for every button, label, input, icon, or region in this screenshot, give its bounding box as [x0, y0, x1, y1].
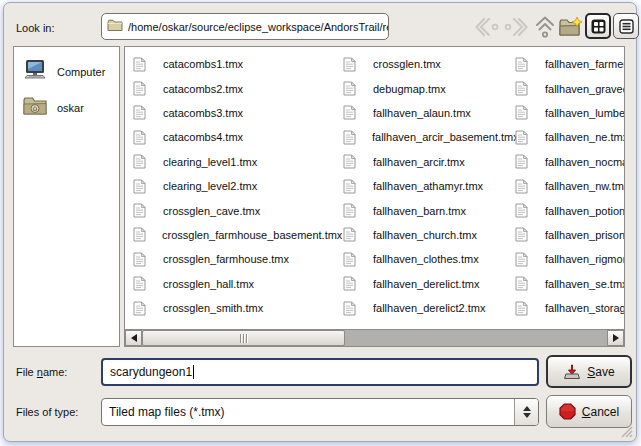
file-name-label: crossglen_hall.tmx	[163, 278, 254, 290]
scroll-left-button[interactable]	[125, 330, 142, 346]
save-button[interactable]: Save	[546, 355, 632, 388]
file-item[interactable]: fallhaven_clothes.tmx	[343, 247, 513, 271]
file-item[interactable]: fallhaven_potion	[515, 198, 625, 222]
grid-view-button[interactable]	[585, 13, 611, 39]
look-in-combobox[interactable]: /home/oskar/source/eclipse_workspace/And…	[101, 13, 389, 40]
file-item[interactable]: fallhaven_derelict.tmx	[343, 272, 513, 296]
file-item[interactable]: crossglen.tmx	[343, 52, 513, 76]
document-icon	[133, 81, 147, 96]
current-path: /home/oskar/source/eclipse_workspace/And…	[128, 21, 389, 33]
file-save-dialog: Look in: /home/oskar/source/eclipse_work…	[3, 2, 637, 442]
file-item[interactable]: catacombs2.tmx	[133, 76, 341, 100]
document-icon	[515, 81, 529, 96]
file-item[interactable]: fallhaven_storag	[515, 296, 625, 320]
document-icon	[133, 203, 147, 218]
file-item[interactable]: catacombs4.tmx	[133, 125, 341, 149]
scrollbar-thumb[interactable]	[142, 330, 345, 346]
scrollbar-track[interactable]	[345, 330, 607, 346]
document-icon	[515, 276, 529, 291]
horizontal-scrollbar[interactable]	[125, 329, 624, 346]
save-arrow-icon	[563, 364, 581, 380]
file-name-label: fallhaven_graved	[545, 83, 625, 95]
new-folder-icon	[558, 16, 583, 38]
file-item[interactable]: crossglen_farmhouse.tmx	[133, 247, 341, 271]
file-name-label: crossglen_farmhouse_basement.tmx	[162, 229, 342, 241]
file-item[interactable]: fallhaven_lumber	[515, 101, 625, 125]
list-view-button[interactable]	[613, 13, 639, 39]
file-item[interactable]: debugmap.tmx	[343, 76, 513, 100]
folder-icon	[107, 18, 123, 36]
sidebar-place-item[interactable]: oskar	[22, 90, 119, 126]
file-item[interactable]: fallhaven_alaun.tmx	[343, 101, 513, 125]
spinner-up-icon	[523, 406, 531, 411]
file-item[interactable]: crossglen_cave.tmx	[133, 198, 341, 222]
back-button[interactable]	[474, 14, 499, 39]
place-label: oskar	[57, 102, 84, 114]
file-name-label: fallhaven_storag	[545, 302, 625, 314]
document-icon	[515, 105, 529, 120]
file-item[interactable]: fallhaven_ne.tmx	[515, 125, 625, 149]
document-icon	[515, 179, 529, 194]
document-icon	[515, 154, 529, 169]
file-name-label: fallhaven_athamyr.tmx	[373, 180, 483, 192]
file-item[interactable]: clearing_level2.tmx	[133, 174, 341, 198]
file-name-label: fallhaven_prison	[545, 229, 625, 241]
scroll-left-icon	[131, 334, 137, 342]
file-type-value: Tiled map files (*.tmx)	[109, 405, 514, 419]
document-icon	[133, 105, 147, 120]
file-item[interactable]: fallhaven_nocma	[515, 150, 625, 174]
file-item[interactable]: crossglen_farmhouse_basement.tmx	[133, 223, 341, 247]
file-type-spinner[interactable]	[514, 399, 538, 425]
file-item[interactable]: fallhaven_derelict2.tmx	[343, 296, 513, 320]
file-item[interactable]: fallhaven_nw.tmx	[515, 174, 625, 198]
file-item[interactable]: fallhaven_graved	[515, 76, 625, 100]
document-icon	[515, 252, 529, 267]
list-view-icon	[619, 19, 634, 34]
resize-grip[interactable]	[618, 423, 633, 438]
file-name-label: catacombs4.tmx	[163, 131, 243, 143]
file-item[interactable]: fallhaven_arcir_basement.tmx	[343, 125, 513, 149]
document-icon	[343, 203, 357, 218]
scroll-right-button[interactable]	[607, 330, 624, 346]
document-icon	[133, 252, 147, 267]
new-folder-button[interactable]	[558, 14, 583, 39]
file-item[interactable]: crossglen_hall.tmx	[133, 272, 341, 296]
look-in-label: Look in:	[16, 22, 55, 34]
file-name-label: catacombs3.tmx	[163, 107, 243, 119]
file-name-label: fallhaven_ne.tmx	[545, 131, 625, 143]
document-icon	[343, 57, 357, 72]
file-column-2: crossglen.tmx debugmap.tmx fallhaven_ala…	[343, 52, 513, 320]
file-name-input[interactable]: scarydungeon1	[101, 358, 539, 386]
up-one-level-button[interactable]	[532, 14, 557, 39]
file-item[interactable]: catacombs1.tmx	[133, 52, 341, 76]
file-item[interactable]: fallhaven_barn.tmx	[343, 198, 513, 222]
document-icon	[515, 130, 529, 145]
file-item[interactable]: fallhaven_athamyr.tmx	[343, 174, 513, 198]
file-name-label: clearing_level1.tmx	[163, 156, 257, 168]
file-item[interactable]: fallhaven_farmer	[515, 52, 625, 76]
document-icon	[133, 227, 146, 242]
file-type-combobox[interactable]: Tiled map files (*.tmx)	[101, 398, 539, 426]
file-item[interactable]: fallhaven_rigmor	[515, 247, 625, 271]
stop-icon	[559, 403, 576, 420]
file-name-label: crossglen_cave.tmx	[163, 205, 260, 217]
forward-button[interactable]	[503, 14, 528, 39]
file-name-label: fallhaven_lumber	[545, 107, 625, 119]
chevrons-right-icon	[504, 15, 528, 39]
file-item[interactable]: catacombs3.tmx	[133, 101, 341, 125]
file-item[interactable]: fallhaven_se.tmx	[515, 272, 625, 296]
up-one-level-icon	[533, 15, 557, 39]
file-name-label: fallhaven_nw.tmx	[545, 180, 625, 192]
document-icon	[343, 154, 357, 169]
file-item[interactable]: fallhaven_church.tmx	[343, 223, 513, 247]
file-item[interactable]: fallhaven_arcir.tmx	[343, 150, 513, 174]
file-item[interactable]: clearing_level1.tmx	[133, 150, 341, 174]
sidebar-place-item[interactable]: Computer	[22, 54, 119, 90]
file-name-label: fallhaven_farmer	[545, 58, 625, 70]
file-name-label: crossglen_smith.tmx	[163, 302, 263, 314]
files-of-type-label: Files of type:	[16, 406, 78, 418]
computer-icon	[22, 59, 48, 85]
file-item[interactable]: fallhaven_prison	[515, 223, 625, 247]
document-icon	[343, 105, 357, 120]
file-item[interactable]: crossglen_smith.tmx	[133, 296, 341, 320]
